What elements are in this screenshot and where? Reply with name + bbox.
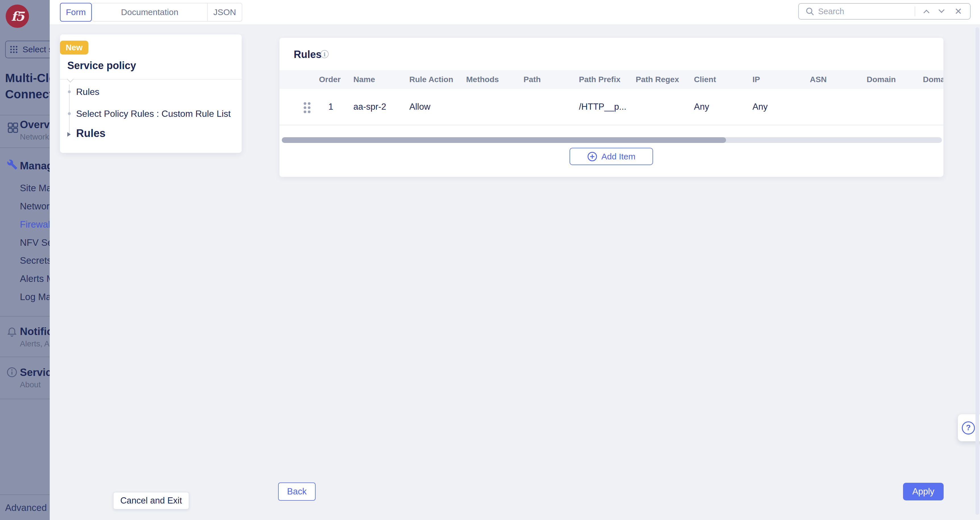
horizontal-scrollbar-thumb[interactable] bbox=[282, 137, 726, 143]
drag-handle-icon[interactable] bbox=[301, 101, 313, 114]
app-window: f5 Select s Multi-Clo Connect Overvi N bbox=[0, 0, 980, 520]
cell-ip: Any bbox=[752, 89, 767, 125]
overview-grid-icon bbox=[7, 121, 19, 134]
column-header-rule-action: Rule Action bbox=[409, 70, 453, 89]
info-circle-icon bbox=[6, 367, 18, 378]
collapse-notch-icon[interactable] bbox=[67, 76, 73, 82]
workspace-title: Multi-Clo Connect bbox=[5, 70, 50, 102]
chevron-up-icon[interactable] bbox=[923, 10, 929, 16]
add-item-button[interactable]: Add Item bbox=[570, 148, 653, 165]
column-header-name: Name bbox=[353, 70, 375, 89]
sidebar-item-secrets[interactable]: Secrets bbox=[20, 255, 50, 266]
wrench-icon bbox=[7, 159, 18, 170]
wizard-step-rules-active[interactable]: Rules bbox=[76, 128, 105, 139]
sidebar: f5 Select s Multi-Clo Connect Overvi N bbox=[0, 0, 50, 520]
topbar: Documentation JSON Form ✕ bbox=[50, 0, 980, 25]
wizard-panel: New Service policy Rules Select Policy R… bbox=[60, 34, 242, 153]
sidebar-item-overview[interactable]: Overvi bbox=[20, 119, 50, 131]
sidebar-divider bbox=[0, 399, 50, 399]
workspace-title-line1: Multi-Clo bbox=[5, 70, 50, 86]
rules-card: Rules i Order Name Rule Action Methods P… bbox=[279, 38, 943, 177]
sidebar-item-firewall[interactable]: Firewall bbox=[20, 219, 50, 230]
cell-client: Any bbox=[694, 89, 709, 125]
table-header: Order Name Rule Action Methods Path Path… bbox=[280, 70, 943, 89]
advanced-nav-toggle[interactable]: Advanced nav bbox=[5, 502, 50, 513]
column-header-path-regex: Path Regex bbox=[636, 70, 679, 89]
table-row[interactable]: 1 aa-spr-2 Allow /HTTP__p... Any Any bbox=[280, 89, 943, 125]
search-icon bbox=[805, 6, 815, 16]
tab-json[interactable]: JSON bbox=[208, 3, 242, 21]
cancel-and-exit-button[interactable]: Cancel and Exit bbox=[113, 492, 189, 509]
column-header-domain-2: Domain bbox=[923, 70, 943, 89]
sidebar-divider bbox=[0, 494, 50, 495]
sidebar-divider bbox=[0, 316, 50, 317]
info-icon[interactable]: i bbox=[320, 50, 329, 58]
column-header-asn: ASN bbox=[810, 70, 827, 89]
column-header-path: Path bbox=[523, 70, 541, 89]
apply-button[interactable]: Apply bbox=[903, 483, 943, 500]
sidebar-notifications-sublabel: Alerts, Au bbox=[20, 339, 50, 348]
column-header-ip: IP bbox=[752, 70, 760, 89]
cell-order: 1 bbox=[328, 89, 333, 125]
sidebar-overview-sublabel: Networki bbox=[20, 132, 50, 142]
question-icon: ? bbox=[962, 421, 975, 434]
sidebar-item-networking[interactable]: Network bbox=[20, 201, 50, 212]
sidebar-divider bbox=[0, 357, 50, 357]
sidebar-item-alerts-management[interactable]: Alerts M bbox=[20, 273, 50, 284]
column-header-client: Client bbox=[694, 70, 716, 89]
search-divider bbox=[915, 6, 915, 16]
search-input[interactable] bbox=[818, 6, 911, 16]
wizard-title: Service policy bbox=[67, 60, 136, 72]
tab-documentation[interactable]: Documentation bbox=[92, 3, 208, 21]
sidebar-service-sublabel: About bbox=[20, 380, 41, 389]
horizontal-scrollbar-track[interactable] bbox=[282, 137, 942, 143]
step-arrow-icon bbox=[67, 132, 71, 137]
vertical-scrollbar[interactable] bbox=[975, 27, 979, 515]
tab-form[interactable]: Form bbox=[60, 3, 92, 22]
cell-rule-action: Allow bbox=[409, 89, 430, 125]
sidebar-divider bbox=[0, 147, 50, 148]
add-item-label: Add Item bbox=[601, 152, 635, 161]
modal-content-area: New Service policy Rules Select Policy R… bbox=[50, 25, 980, 520]
chevron-down-icon[interactable] bbox=[939, 7, 945, 13]
rules-card-title: Rules bbox=[294, 49, 321, 61]
sidebar-item-site-management[interactable]: Site Mar bbox=[20, 182, 50, 194]
wizard-step-rules[interactable]: Rules bbox=[76, 86, 99, 97]
new-badge: New bbox=[60, 41, 88, 54]
sidebar-item-manage[interactable]: Manag bbox=[20, 160, 50, 172]
select-service-label: Select s bbox=[22, 45, 50, 54]
f5-logo-text: f5 bbox=[11, 9, 24, 24]
search-box: ✕ bbox=[798, 3, 970, 20]
column-header-path-prefix: Path Prefix bbox=[579, 70, 620, 89]
close-icon[interactable]: ✕ bbox=[955, 7, 962, 16]
plus-circle-icon bbox=[587, 152, 597, 162]
bell-icon bbox=[6, 325, 18, 337]
column-header-methods: Methods bbox=[466, 70, 499, 89]
back-button[interactable]: Back bbox=[278, 482, 316, 501]
sidebar-divider bbox=[0, 115, 50, 115]
wizard-divider bbox=[60, 79, 242, 80]
step-dot bbox=[68, 112, 71, 115]
grid-9-icon bbox=[10, 44, 18, 54]
select-service-button[interactable]: Select s bbox=[5, 41, 50, 58]
cell-name: aa-spr-2 bbox=[353, 89, 386, 125]
wizard-step-select-policy-rules[interactable]: Select Policy Rules : Custom Rule List bbox=[76, 108, 231, 120]
sidebar-item-nfv-services[interactable]: NFV Ser bbox=[20, 237, 50, 248]
step-dot bbox=[68, 90, 71, 93]
column-header-domain: Domain bbox=[867, 70, 896, 89]
f5-logo: f5 bbox=[6, 5, 29, 28]
sidebar-item-log-management[interactable]: Log Mar bbox=[20, 291, 50, 303]
view-tab-group: Documentation JSON bbox=[92, 3, 242, 22]
workspace-title-line2: Connect bbox=[5, 86, 50, 102]
cell-path-prefix: /HTTP__p... bbox=[579, 89, 626, 125]
sidebar-item-service[interactable]: Service bbox=[20, 367, 50, 378]
column-header-order: Order bbox=[319, 70, 340, 89]
sidebar-item-notifications[interactable]: Notific bbox=[20, 325, 50, 338]
